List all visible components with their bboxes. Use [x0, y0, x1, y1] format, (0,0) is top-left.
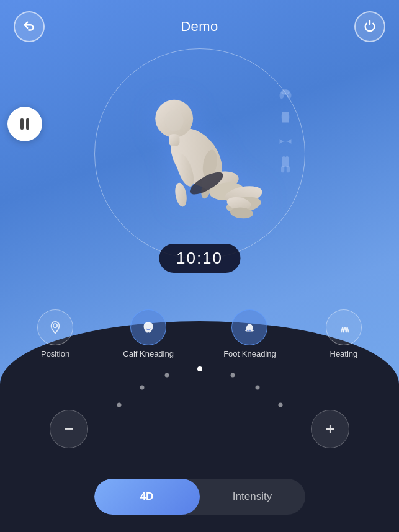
svg-point-29	[230, 373, 235, 378]
svg-rect-6	[286, 166, 289, 173]
tab-row: 4D Intensity	[94, 479, 305, 515]
controls-row: Position Calf Kneading Foot Kneading	[0, 309, 399, 358]
svg-point-31	[278, 403, 282, 407]
plus-button[interactable]: +	[311, 410, 349, 448]
timer-display: 10:10	[159, 244, 240, 273]
heating-label: Heating	[330, 349, 358, 358]
svg-point-24	[249, 330, 251, 332]
svg-point-9	[164, 110, 183, 131]
svg-rect-10	[169, 134, 179, 146]
svg-point-30	[255, 386, 259, 390]
svg-rect-3	[282, 156, 285, 167]
minus-button[interactable]: −	[50, 410, 88, 448]
svg-point-27	[164, 373, 169, 378]
position-label: Position	[41, 349, 69, 358]
control-foot-kneading[interactable]: Foot Kneading	[223, 309, 276, 358]
svg-point-22	[53, 324, 58, 328]
arc-indicator	[101, 361, 299, 411]
svg-rect-5	[281, 166, 284, 173]
tab-4d[interactable]: 4D	[94, 479, 200, 515]
svg-point-28	[197, 366, 202, 371]
calf-kneading-label: Calf Kneading	[123, 349, 174, 358]
svg-point-13	[173, 182, 188, 208]
tab-intensity[interactable]: Intensity	[200, 479, 305, 515]
adjust-row: − +	[0, 410, 399, 448]
control-calf-kneading[interactable]: Calf Kneading	[123, 309, 174, 358]
main-circle: 10:10	[94, 48, 305, 259]
pause-button[interactable]	[7, 107, 42, 141]
control-position[interactable]: Position	[37, 309, 73, 358]
svg-point-25	[117, 403, 121, 407]
control-heating[interactable]: Heating	[326, 309, 362, 358]
foot-kneading-label: Foot Kneading	[223, 349, 276, 358]
heating-icon-circle	[326, 309, 362, 345]
foot-kneading-icon-circle	[231, 309, 267, 345]
svg-point-23	[247, 330, 249, 332]
position-icon-circle	[37, 309, 73, 345]
back-button[interactable]	[14, 11, 45, 42]
pause-icon	[20, 118, 29, 130]
top-bar: Demo	[0, 0, 399, 42]
page-title: Demo	[181, 19, 218, 35]
human-figure	[119, 61, 280, 234]
svg-point-2	[287, 92, 291, 99]
power-button[interactable]	[354, 11, 385, 42]
svg-point-26	[140, 386, 144, 390]
calf-kneading-icon-circle	[130, 309, 166, 345]
svg-rect-4	[285, 156, 289, 167]
